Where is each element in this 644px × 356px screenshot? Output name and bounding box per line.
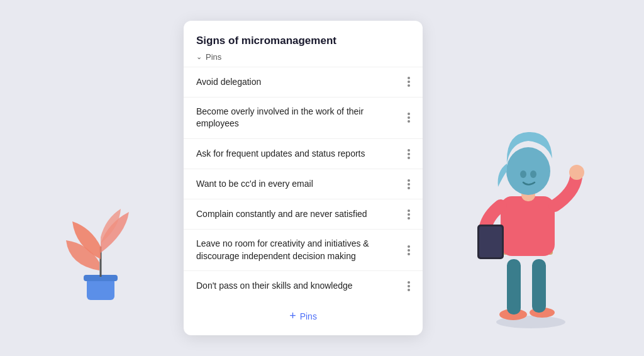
item-menu-button[interactable] <box>405 208 413 221</box>
scene: Signs of micromanagement ⌄ Pins Avoid de… <box>0 0 644 356</box>
person-illustration <box>468 89 594 331</box>
item-menu-button[interactable] <box>405 244 413 257</box>
svg-point-11 <box>569 165 584 180</box>
svg-point-14 <box>520 170 526 178</box>
add-pins-label: Pins <box>300 311 317 321</box>
item-text: Don't pass on their skills and knowledge <box>196 280 405 292</box>
card: Signs of micromanagement ⌄ Pins Avoid de… <box>184 21 423 335</box>
chevron-down-icon: ⌄ <box>196 53 202 61</box>
svg-point-15 <box>530 170 536 178</box>
list-item: Leave no room for creativity and initiat… <box>184 229 423 270</box>
item-menu-button[interactable] <box>405 280 413 292</box>
item-menu-button[interactable] <box>405 148 413 160</box>
item-text: Ask for frequent updates and status repo… <box>196 148 405 160</box>
add-pins-button[interactable]: + Pins <box>184 301 423 325</box>
svg-rect-10 <box>479 226 502 257</box>
svg-rect-5 <box>507 259 521 314</box>
list-item: Become overly involved in the work of th… <box>184 97 423 138</box>
item-menu-button[interactable] <box>405 75 413 88</box>
svg-rect-6 <box>532 259 546 313</box>
item-text: Want to be cc'd in every email <box>196 178 405 191</box>
plant-decoration <box>63 177 138 306</box>
card-title: Signs of micromanagement <box>184 35 423 52</box>
list-container: Avoid delegationBecome overly involved i… <box>184 67 423 301</box>
plus-icon: + <box>289 309 296 323</box>
item-text: Complain constantly and are never satisf… <box>196 208 405 221</box>
item-text: Become overly involved in the work of th… <box>196 106 405 130</box>
item-menu-button[interactable] <box>405 111 413 124</box>
svg-point-13 <box>506 147 550 195</box>
list-item: Avoid delegation <box>184 67 423 97</box>
list-item: Don't pass on their skills and knowledge <box>184 270 423 301</box>
pins-header[interactable]: ⌄ Pins <box>184 52 423 67</box>
item-menu-button[interactable] <box>405 178 413 191</box>
list-item: Complain constantly and are never satisf… <box>184 199 423 229</box>
svg-rect-8 <box>501 196 555 256</box>
item-text: Leave no room for creativity and initiat… <box>196 238 405 262</box>
svg-rect-0 <box>87 278 114 300</box>
pins-label: Pins <box>206 52 221 62</box>
list-item: Want to be cc'd in every email <box>184 169 423 199</box>
item-text: Avoid delegation <box>196 76 405 89</box>
list-item: Ask for frequent updates and status repo… <box>184 138 423 169</box>
